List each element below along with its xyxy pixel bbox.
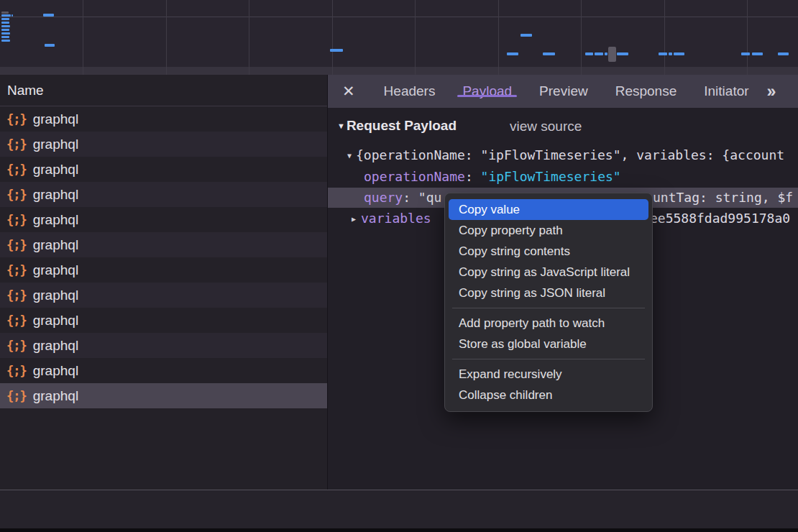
json-braces-icon: {;}	[6, 188, 27, 202]
request-name-label: graphql	[33, 212, 78, 228]
waterfall-bar	[595, 52, 603, 55]
request-name-label: graphql	[33, 313, 78, 329]
request-list-panel: Name {;}graphql{;}graphql{;}graphql{;}gr…	[0, 75, 327, 528]
json-braces-icon: {;}	[6, 213, 27, 227]
request-row-graphql[interactable]: {;}graphql	[0, 106, 327, 132]
payload-root-preview-line[interactable]: ▼{operationName: "ipFlowTimeseries", var…	[328, 145, 798, 165]
request-name-label: graphql	[33, 262, 78, 278]
window-bottom-edge	[0, 528, 798, 532]
menu-item-copy-string-as-json-literal[interactable]: Copy string as JSON literal	[445, 283, 652, 303]
request-payload-section-header[interactable]: ▼Request Payload	[337, 118, 457, 134]
payload-root-preview-text: {operationName: "ipFlowTimeseries", vari…	[356, 147, 784, 162]
tab-headers[interactable]: Headers	[370, 83, 449, 98]
property-value-left-fragment: : "qu	[403, 190, 441, 205]
request-row-graphql[interactable]: {;}graphql	[0, 132, 327, 157]
waterfall-bar	[12, 14, 13, 17]
network-overview-timeline[interactable]	[0, 0, 798, 75]
property-value-string: "ipFlowTimeseries"	[481, 169, 621, 184]
waterfall-bar	[778, 52, 789, 55]
menu-item-add-property-path-to-watch[interactable]: Add property path to watch	[445, 313, 652, 334]
waterfall-bar	[1, 25, 10, 27]
waterfall-bar	[507, 52, 518, 55]
request-payload-title: Request Payload	[347, 118, 457, 133]
menu-divider	[452, 308, 645, 308]
tab-preview[interactable]: Preview	[526, 83, 602, 98]
menu-item-expand-recursively[interactable]: Expand recursively	[445, 364, 652, 385]
request-name-label: graphql	[33, 162, 78, 178]
menu-item-store-as-global-variable[interactable]: Store as global variable	[445, 334, 652, 354]
waterfall-bar	[585, 52, 593, 55]
menu-item-copy-string-as-javascript-literal[interactable]: Copy string as JavaScript literal	[445, 262, 652, 283]
request-row-graphql[interactable]: {;}graphql	[0, 232, 327, 257]
request-row-graphql[interactable]: {;}graphql	[0, 283, 327, 308]
overview-gridline-horizontal	[0, 17, 798, 17]
waterfall-bar	[669, 52, 672, 55]
waterfall-bar	[1, 36, 9, 38]
key-colon: :	[465, 169, 481, 184]
variables-preview-right-fragment: ee5588fdad995178a0	[650, 208, 790, 229]
json-braces-icon: {;}	[6, 313, 27, 328]
variables-collapsed-triangle-icon[interactable]: ▶	[352, 209, 356, 229]
request-name-label: graphql	[33, 237, 78, 253]
waterfall-bar	[1, 14, 11, 17]
detail-tab-bar: ✕ HeadersPayloadPreviewResponseInitiator…	[328, 75, 798, 108]
request-name-label: graphql	[33, 363, 78, 379]
waterfall-bar	[741, 52, 750, 55]
json-braces-icon: {;}	[6, 288, 27, 303]
request-row-graphql[interactable]: {;}graphql	[0, 157, 327, 182]
json-braces-icon: {;}	[6, 389, 27, 403]
menu-item-copy-property-path[interactable]: Copy property path	[445, 220, 652, 241]
waterfall-bar	[1, 22, 9, 24]
menu-item-collapse-children[interactable]: Collapse children	[445, 385, 652, 405]
view-source-link[interactable]: view source	[510, 119, 582, 134]
menu-item-copy-string-contents[interactable]: Copy string contents	[445, 241, 652, 262]
request-name-label: graphql	[33, 288, 78, 303]
request-row-graphql[interactable]: {;}graphql	[0, 358, 327, 383]
menu-item-copy-value[interactable]: Copy value	[449, 199, 648, 220]
overview-gridline-vertical	[581, 0, 582, 75]
detail-tabs: HeadersPayloadPreviewResponseInitiator	[370, 75, 763, 108]
overview-hover-marker	[608, 47, 616, 62]
request-name-label: graphql	[33, 388, 78, 404]
overview-gridline-vertical	[83, 0, 83, 75]
overview-gridline-vertical	[664, 0, 665, 75]
request-row-graphql[interactable]: {;}graphql	[0, 308, 327, 333]
overview-gridline-vertical	[747, 0, 748, 75]
request-row-graphql[interactable]: {;}graphql	[0, 257, 327, 283]
summary-bar	[0, 490, 798, 528]
json-braces-icon: {;}	[6, 162, 27, 177]
waterfall-bar	[605, 52, 607, 55]
json-braces-icon: {;}	[6, 364, 27, 378]
tab-initiator[interactable]: Initiator	[690, 83, 762, 98]
request-row-graphql[interactable]: {;}graphql	[0, 207, 327, 232]
json-braces-icon: {;}	[6, 263, 27, 278]
context-menu: Copy valueCopy property pathCopy string …	[444, 193, 653, 412]
waterfall-bar	[1, 18, 9, 20]
waterfall-bar	[1, 32, 10, 35]
overview-gridline-vertical	[249, 0, 249, 75]
tab-response[interactable]: Response	[602, 83, 691, 98]
request-name-label: graphql	[33, 137, 78, 152]
name-column-header[interactable]: Name	[0, 75, 327, 106]
tab-payload[interactable]: Payload	[449, 83, 526, 98]
waterfall-bar	[330, 49, 343, 52]
payload-row-operation-name[interactable]: operationName: "ipFlowTimeseries"	[328, 167, 798, 187]
close-icon[interactable]: ✕	[342, 75, 355, 108]
menu-divider	[452, 359, 645, 359]
waterfall-bar	[659, 52, 667, 55]
root-expanded-triangle-icon[interactable]: ▼	[347, 146, 352, 165]
property-key: variables	[361, 211, 431, 226]
json-braces-icon: {;}	[6, 238, 27, 252]
more-tabs-chevron-icon[interactable]: ››	[767, 81, 774, 101]
request-row-graphql[interactable]: {;}graphql	[0, 333, 327, 358]
request-name-label: graphql	[33, 187, 78, 203]
property-key: query	[364, 190, 403, 205]
waterfall-bar	[543, 52, 555, 55]
property-key: operationName	[364, 169, 465, 184]
overview-selection-band	[0, 67, 798, 75]
request-name-label: graphql	[33, 111, 78, 127]
waterfall-bar	[1, 12, 9, 14]
overview-gridline-vertical	[498, 0, 499, 75]
request-row-graphql[interactable]: {;}graphql	[0, 182, 327, 207]
request-row-graphql[interactable]: {;}graphql	[0, 383, 327, 408]
